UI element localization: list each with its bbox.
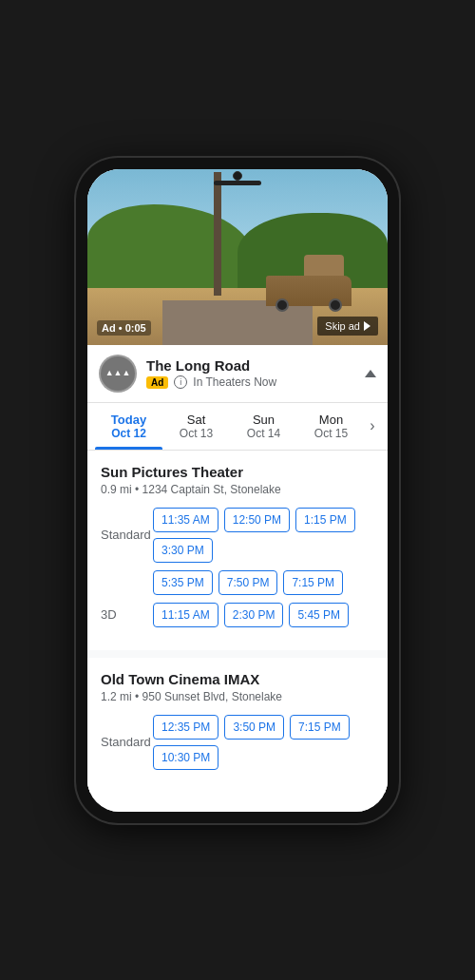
screen-content: Ad • 0:05 Skip ad ▲▲▲ The Long Road Ad [87, 169, 388, 812]
time-btn-6[interactable]: 7:15 PM [283, 570, 343, 595]
date-tab-sun-day: Sun [234, 413, 294, 427]
date-selector: Today Oct 12 Sat Oct 13 Sun Oct 14 Mon O… [87, 403, 388, 451]
truck [266, 259, 352, 306]
theater-name-1: Old Town Cinema IMAX [101, 671, 374, 687]
date-tab-sat-date: Oct 13 [166, 427, 226, 440]
date-tab-mon-day: Mon [301, 413, 361, 427]
time-btn-0[interactable]: 11:35 AM [153, 508, 218, 532]
date-tab-today[interactable]: Today Oct 12 [95, 403, 162, 450]
phone-frame: Ad • 0:05 Skip ad ▲▲▲ The Long Road Ad [76, 158, 399, 823]
showtime-type-imax-standard: Standard [101, 735, 153, 749]
movie-title: The Long Road [146, 357, 365, 374]
time-btn-imax-3[interactable]: 10:30 PM [153, 745, 218, 770]
truck-cab [304, 255, 344, 276]
movie-logo: ▲▲▲ [99, 355, 137, 393]
date-tab-mon-date: Oct 15 [301, 427, 361, 440]
time-btn-3d-2[interactable]: 5:45 PM [289, 603, 349, 627]
date-tab-sun-date: Oct 14 [234, 427, 294, 440]
logo-symbol: ▲▲▲ [105, 369, 131, 378]
movie-text-block: The Long Road Ad i In Theaters Now [146, 357, 365, 389]
collapse-chevron-icon[interactable] [365, 370, 376, 377]
time-btn-1[interactable]: 12:50 PM [224, 508, 290, 532]
theater-section-1: Old Town Cinema IMAX 1.2 mi • 950 Sunset… [87, 658, 388, 793]
date-next-chevron-icon[interactable]: › [365, 418, 380, 433]
phone-screen: Ad • 0:05 Skip ad ▲▲▲ The Long Road Ad [87, 169, 388, 812]
in-theaters-label: In Theaters Now [193, 375, 276, 389]
time-btn-4[interactable]: 5:35 PM [153, 570, 213, 595]
date-tab-mon[interactable]: Mon Oct 15 [297, 403, 365, 450]
video-ad-container: Ad • 0:05 Skip ad [87, 169, 388, 345]
showtime-row-imax-standard: Standard 12:35 PM 3:50 PM 7:15 PM 10:30 … [101, 715, 374, 770]
showtime-type-3d: 3D [101, 607, 153, 622]
logo-inner: ▲▲▲ [101, 356, 135, 391]
utility-pole [214, 172, 221, 296]
showtime-row-3d: 3D 11:15 AM 2:30 PM 5:45 PM [101, 603, 374, 627]
showtime-times-3d: 11:15 AM 2:30 PM 5:45 PM [153, 603, 349, 627]
time-btn-imax-1[interactable]: 3:50 PM [224, 715, 284, 740]
date-tab-today-date: Oct 12 [99, 427, 159, 440]
road-bg [162, 300, 313, 344]
time-btn-3[interactable]: 3:30 PM [153, 538, 213, 563]
time-btn-imax-0[interactable]: 12:35 PM [153, 715, 218, 740]
showtime-times-standard-1: 5:35 PM 7:50 PM 7:15 PM [153, 570, 343, 595]
theater-section-0: Sun Pictures Theater 0.9 mi • 1234 Capta… [87, 451, 388, 650]
theaters-list: Sun Pictures Theater 0.9 mi • 1234 Capta… [87, 451, 388, 793]
showtime-times-imax-standard: 12:35 PM 3:50 PM 7:15 PM 10:30 PM [153, 715, 374, 770]
movie-info-bar: ▲▲▲ The Long Road Ad i In Theaters Now [87, 345, 388, 403]
ad-timer-label: Ad • 0:05 [97, 320, 151, 336]
showtime-times-standard-0: 11:35 AM 12:50 PM 1:15 PM 3:30 PM [153, 508, 374, 563]
truck-wheel-right [329, 298, 342, 312]
truck-wheel-left [276, 298, 289, 312]
skip-arrow-icon [364, 321, 370, 331]
time-btn-2[interactable]: 1:15 PM [295, 508, 355, 532]
speaker [214, 181, 261, 185]
time-btn-imax-2[interactable]: 7:15 PM [290, 715, 350, 740]
theater-address-0: 0.9 mi • 1234 Captain St, Stonelake [101, 483, 374, 496]
date-tab-sun[interactable]: Sun Oct 14 [230, 403, 297, 450]
theater-address-1: 1.2 mi • 950 Sunset Blvd, Stonelake [101, 690, 374, 703]
time-btn-3d-1[interactable]: 2:30 PM [224, 603, 284, 627]
camera [233, 171, 242, 181]
ad-badge: Ad [146, 376, 168, 389]
time-btn-3d-0[interactable]: 11:15 AM [153, 603, 218, 627]
showtime-row-standard-0: Standard 11:35 AM 12:50 PM 1:15 PM 3:30 … [101, 508, 374, 563]
date-tab-sat-day: Sat [166, 413, 226, 427]
movie-meta: Ad i In Theaters Now [146, 375, 365, 389]
date-tab-today-day: Today [99, 413, 159, 427]
showtime-type-standard: Standard [101, 528, 153, 542]
skip-ad-button[interactable]: Skip ad [317, 317, 378, 336]
date-tab-sat[interactable]: Sat Oct 13 [162, 403, 230, 450]
skip-ad-text: Skip ad [325, 320, 360, 332]
time-btn-5[interactable]: 7:50 PM [218, 570, 278, 595]
theater-name-0: Sun Pictures Theater [101, 464, 374, 480]
info-icon[interactable]: i [174, 375, 187, 389]
showtime-row-standard-1: 5:35 PM 7:50 PM 7:15 PM [101, 570, 374, 595]
